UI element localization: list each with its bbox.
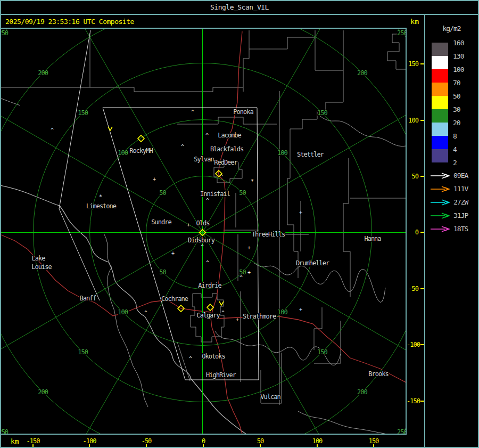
map-boundary-path bbox=[254, 263, 385, 303]
radial-line bbox=[203, 29, 406, 233]
map-boundary-path bbox=[241, 291, 282, 403]
x-tick bbox=[373, 444, 374, 447]
town-symbol: * bbox=[251, 178, 254, 184]
radar-arrow-icon bbox=[430, 173, 450, 179]
town-symbol: ^ bbox=[206, 260, 209, 266]
y-tick bbox=[420, 176, 424, 177]
ring-distance-label: 250 bbox=[397, 29, 406, 37]
y-axis-unit-label: km bbox=[410, 18, 419, 26]
map-boundary-path bbox=[1, 234, 211, 316]
title-bar: Single_Scan_VIL bbox=[1, 1, 478, 15]
x-tick-label: 100 bbox=[301, 437, 333, 445]
vil-scale-value: 8 bbox=[453, 133, 476, 140]
ring-distance-label: 200 bbox=[38, 388, 48, 396]
map-boundary-path bbox=[1, 30, 249, 92]
city-label: Sylvan bbox=[194, 156, 214, 163]
radar-arrow-icon bbox=[430, 213, 450, 219]
ring-distance-label: 50 bbox=[159, 189, 166, 197]
city-label: Lacombe bbox=[218, 132, 241, 139]
storm-vector-arrow bbox=[219, 302, 224, 305]
vil-scale-swatch bbox=[432, 83, 448, 96]
x-tick bbox=[203, 444, 204, 447]
legend-panel: kg/m2 1601301007050302084209EA111V27ZW31… bbox=[424, 15, 478, 447]
town-symbol: ^ bbox=[181, 144, 184, 150]
city-label: Blackfalds bbox=[210, 145, 244, 153]
town-symbol: + bbox=[187, 222, 190, 228]
radar-map[interactable]: 5050505010010010010015015015015020020020… bbox=[1, 29, 406, 434]
vil-scale-value: 160 bbox=[453, 39, 476, 47]
radar-id-label: 09EA bbox=[453, 172, 468, 180]
map-boundary-path bbox=[249, 30, 343, 70]
ring-distance-label: 100 bbox=[118, 149, 128, 157]
town-symbol: + bbox=[153, 176, 156, 182]
city-label: Strathmore bbox=[243, 313, 276, 320]
city-label: ThreeHills bbox=[252, 231, 285, 238]
map-boundary-path bbox=[343, 158, 406, 297]
city-label: Louise bbox=[31, 263, 52, 271]
vil-scale-value: 70 bbox=[453, 79, 476, 87]
town-symbol: ^ bbox=[206, 198, 209, 203]
vil-scale-swatch bbox=[432, 136, 448, 149]
y-tick-label: -100 bbox=[407, 341, 418, 348]
x-tick bbox=[146, 444, 147, 447]
radar-id-label: 27ZW bbox=[453, 198, 468, 206]
city-label: Calgary bbox=[196, 312, 220, 319]
ring-distance-label: 150 bbox=[317, 348, 327, 356]
map-boundary-path bbox=[177, 117, 277, 124]
x-tick bbox=[260, 444, 261, 447]
x-axis: km -150-100-50050100150 bbox=[1, 435, 424, 447]
radar-arrow-icon bbox=[430, 226, 450, 232]
city-label: Okotoks bbox=[202, 353, 225, 360]
city-label: HighRiver bbox=[206, 371, 236, 379]
y-tick bbox=[420, 401, 424, 402]
vil-scale-swatch bbox=[432, 56, 448, 69]
town-symbol: + bbox=[247, 270, 251, 275]
radar-legend-row: 31JP bbox=[425, 211, 478, 220]
town-symbol: + bbox=[171, 250, 175, 256]
vil-scale-swatch bbox=[432, 109, 448, 123]
y-tick bbox=[420, 63, 424, 64]
ring-distance-label: 250 bbox=[1, 29, 9, 37]
town-symbol: ^ bbox=[144, 310, 147, 316]
city-label: RedDeer bbox=[214, 159, 237, 166]
city-label: Didsbury bbox=[188, 237, 215, 244]
y-axis: 150100500-50-100-150 bbox=[407, 29, 424, 434]
city-label: Cochrane bbox=[161, 295, 188, 303]
x-tick bbox=[317, 444, 318, 447]
ring-distance-label: 200 bbox=[357, 69, 367, 77]
city-label: Sundre bbox=[151, 218, 171, 226]
radar-legend-row: 09EA bbox=[425, 172, 478, 180]
radar-legend-row: 18TS bbox=[425, 225, 478, 233]
map-boundary-path bbox=[1, 98, 20, 105]
city-label: Ponoka bbox=[233, 108, 253, 116]
town-symbol: ^ bbox=[221, 310, 225, 316]
vil-scale-value: 2 bbox=[453, 159, 476, 167]
x-tick-label: 50 bbox=[244, 437, 276, 445]
city-label: Banff bbox=[79, 295, 96, 302]
town-symbol: * bbox=[99, 194, 102, 200]
town-symbol: ^ bbox=[189, 356, 192, 362]
x-tick-label: -50 bbox=[130, 437, 162, 445]
town-symbol: ^ bbox=[51, 127, 54, 133]
header-bar: 2025/09/19 23:53:16 UTC Composite km bbox=[1, 15, 424, 29]
city-label: Stettler bbox=[297, 151, 324, 158]
city-label: Limestone bbox=[86, 202, 117, 210]
map-boundary-path bbox=[319, 116, 406, 146]
y-tick-label: 0 bbox=[407, 229, 418, 236]
radar-coverage-edge bbox=[59, 30, 90, 209]
legend-unit-label: kg/m2 bbox=[425, 25, 478, 32]
radar-arrow-icon bbox=[430, 186, 450, 192]
y-tick-label: 150 bbox=[407, 60, 418, 68]
vil-scale-value: 20 bbox=[453, 119, 476, 127]
scan-timestamp: 2025/09/19 23:53:16 UTC Composite bbox=[5, 18, 134, 26]
vil-scale-swatch bbox=[432, 69, 448, 83]
ring-distance-label: 50 bbox=[239, 189, 246, 197]
vil-scale-value: 100 bbox=[453, 66, 476, 74]
map-boundary-path bbox=[387, 34, 406, 69]
y-tick-label: 100 bbox=[407, 117, 418, 124]
y-tick-label: 50 bbox=[407, 173, 418, 180]
map-boundary-path bbox=[287, 70, 343, 278]
x-tick-label: 150 bbox=[358, 437, 390, 445]
radar-id-label: 18TS bbox=[453, 225, 468, 233]
town-symbol: ^ bbox=[191, 109, 194, 115]
